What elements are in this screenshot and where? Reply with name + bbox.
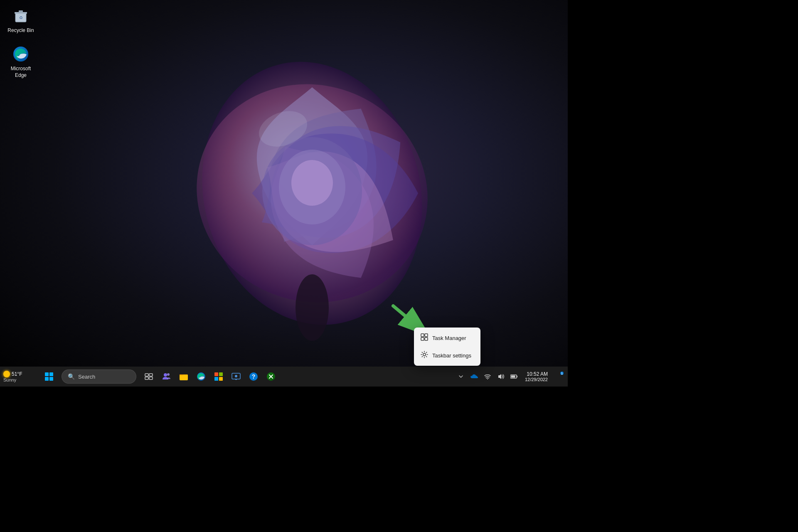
- svg-rect-19: [45, 372, 49, 376]
- weather-condition: Sunny: [3, 377, 16, 382]
- svg-rect-45: [517, 376, 517, 377]
- edge-graphic: [11, 44, 31, 64]
- system-tray: 10:52 AM 12/29/2022 1: [455, 371, 564, 382]
- show-hidden-icons-button[interactable]: [455, 371, 467, 382]
- notification-badge: 1: [560, 372, 564, 375]
- teams-button[interactable]: [158, 368, 175, 385]
- svg-point-42: [487, 379, 488, 379]
- help-button[interactable]: ?: [245, 368, 262, 385]
- svg-rect-16: [421, 337, 424, 340]
- svg-rect-14: [421, 334, 424, 337]
- start-button[interactable]: [41, 368, 57, 385]
- svg-text:♻: ♻: [19, 15, 23, 20]
- svg-point-37: [235, 375, 237, 377]
- edge-taskbar-button[interactable]: [193, 368, 209, 385]
- svg-rect-9: [19, 10, 23, 12]
- edge-desktop-icon[interactable]: Microsoft Edge: [4, 42, 37, 80]
- svg-point-18: [423, 353, 426, 356]
- svg-rect-20: [49, 372, 53, 376]
- svg-rect-23: [145, 374, 148, 376]
- svg-point-5: [296, 274, 329, 341]
- svg-point-4: [291, 160, 333, 206]
- task-view-button[interactable]: [140, 368, 157, 385]
- clock-time: 10:52 AM: [527, 371, 548, 377]
- weather-widget[interactable]: 51°F Sunny: [3, 371, 32, 382]
- svg-rect-21: [45, 377, 49, 381]
- onedrive-tray-icon[interactable]: [468, 371, 480, 382]
- search-bar[interactable]: 🔍 Search: [62, 369, 136, 384]
- store-button[interactable]: [210, 368, 227, 385]
- search-icon: 🔍: [68, 373, 75, 380]
- svg-rect-29: [180, 374, 188, 380]
- taskbar-app-icons: ?: [140, 368, 279, 385]
- recycle-bin-graphic: ♻: [11, 6, 31, 26]
- svg-rect-34: [214, 377, 218, 381]
- weather-sun-icon: [3, 371, 10, 377]
- volume-tray-icon[interactable]: [495, 371, 507, 382]
- svg-rect-15: [425, 334, 428, 337]
- taskbar-settings-menu-item[interactable]: Taskbar settings: [414, 347, 480, 364]
- task-manager-menu-item[interactable]: Task Manager: [414, 329, 480, 347]
- svg-rect-33: [219, 372, 223, 376]
- file-explorer-button[interactable]: [175, 368, 192, 385]
- svg-rect-44: [511, 376, 515, 378]
- svg-rect-26: [149, 377, 153, 379]
- taskbar-settings-icon: [421, 351, 428, 360]
- context-menu: Task Manager Taskbar settings: [414, 328, 480, 366]
- svg-rect-32: [214, 372, 218, 376]
- clock-date: 12/29/2022: [525, 377, 548, 382]
- task-manager-icon: [421, 333, 428, 342]
- svg-rect-17: [425, 337, 428, 340]
- xbox-button[interactable]: [263, 368, 279, 385]
- search-label: Search: [78, 374, 95, 380]
- taskbar: 51°F Sunny 🔍 Search: [0, 367, 568, 387]
- clock[interactable]: 10:52 AM 12/29/2022: [522, 371, 551, 382]
- svg-rect-35: [219, 377, 223, 381]
- edge-desktop-label: Microsoft Edge: [6, 66, 36, 79]
- svg-rect-22: [49, 377, 53, 381]
- recycle-bin-label: Recycle Bin: [7, 27, 34, 34]
- svg-rect-30: [180, 374, 188, 375]
- svg-point-27: [164, 373, 167, 377]
- svg-rect-24: [149, 374, 153, 376]
- task-manager-label: Task Manager: [432, 335, 466, 341]
- wifi-tray-icon[interactable]: [482, 371, 493, 382]
- svg-rect-38: [235, 379, 237, 380]
- battery-tray-icon[interactable]: [508, 371, 520, 382]
- taskbar-settings-label: Taskbar settings: [432, 352, 471, 359]
- svg-point-28: [167, 373, 170, 376]
- desktop: ♻ Recycle Bin: [0, 0, 568, 387]
- svg-text:?: ?: [252, 373, 256, 380]
- weather-temperature: 51°F: [3, 371, 22, 377]
- remote-desktop-button[interactable]: [228, 368, 244, 385]
- notification-button[interactable]: 1: [553, 371, 564, 382]
- svg-rect-25: [145, 377, 148, 379]
- recycle-bin-icon[interactable]: ♻ Recycle Bin: [4, 4, 37, 36]
